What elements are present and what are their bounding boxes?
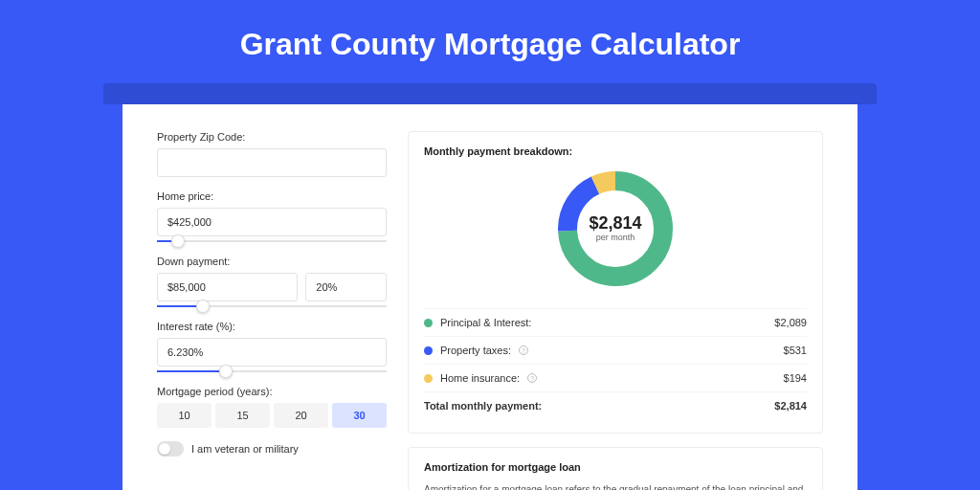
veteran-toggle[interactable] [157, 441, 184, 457]
veteran-row: I am veteran or military [157, 441, 387, 457]
breakdown-panel: Monthly payment breakdown: $2,814 per mo… [408, 131, 823, 434]
line-value: $531 [784, 345, 807, 356]
home-price-slider[interactable] [157, 240, 387, 242]
interest-label: Interest rate (%): [157, 321, 387, 332]
down-payment-pct-input[interactable] [305, 273, 387, 301]
down-payment-slider[interactable] [157, 305, 387, 307]
period-btn-10[interactable]: 10 [157, 403, 212, 428]
zip-input[interactable] [157, 148, 387, 177]
home-price-group: Home price: [157, 190, 387, 242]
dot-icon [424, 319, 433, 327]
donut-svg: $2,814 per month [553, 167, 678, 291]
home-price-input[interactable] [157, 208, 387, 236]
interest-slider-thumb[interactable] [219, 365, 233, 378]
period-btn-30[interactable]: 30 [332, 403, 387, 428]
donut-center-sub: per month [596, 233, 635, 242]
zip-group: Property Zip Code: [157, 131, 387, 177]
header-shadow-bar [103, 83, 877, 104]
page-title: Grant County Mortgage Calculator [0, 0, 980, 83]
down-payment-input[interactable] [157, 273, 298, 301]
interest-slider[interactable] [157, 370, 387, 372]
line-value: $2,089 [774, 317, 807, 328]
period-buttons: 10 15 20 30 [157, 403, 387, 428]
home-price-label: Home price: [157, 190, 387, 202]
home-price-slider-thumb[interactable] [171, 234, 185, 248]
info-icon[interactable]: ? [527, 373, 537, 383]
calculator-card: Property Zip Code: Home price: Down paym… [122, 104, 858, 490]
line-label: Principal & Interest: [440, 317, 531, 328]
line-principal: Principal & Interest: $2,089 [424, 308, 807, 336]
down-payment-group: Down payment: [157, 256, 387, 307]
down-payment-label: Down payment: [157, 256, 387, 267]
donut-chart: $2,814 per month [424, 167, 807, 291]
period-btn-20[interactable]: 20 [274, 403, 328, 428]
results-panel: Monthly payment breakdown: $2,814 per mo… [408, 131, 823, 490]
period-btn-15[interactable]: 15 [215, 403, 270, 428]
dot-icon [424, 346, 433, 355]
period-group: Mortgage period (years): 10 15 20 30 [157, 386, 387, 428]
interest-slider-fill [157, 370, 226, 372]
breakdown-title: Monthly payment breakdown: [424, 145, 807, 157]
line-insurance: Home insurance: ? $194 [424, 364, 807, 391]
total-value: $2,814 [774, 400, 807, 412]
line-label: Home insurance: [440, 372, 520, 384]
veteran-label: I am veteran or military [191, 443, 299, 455]
interest-group: Interest rate (%): [157, 321, 387, 372]
info-icon[interactable]: ? [519, 345, 528, 355]
dot-icon [424, 374, 433, 383]
line-total: Total monthly payment: $2,814 [424, 391, 807, 419]
zip-label: Property Zip Code: [157, 131, 387, 143]
donut-center-amount: $2,814 [589, 213, 641, 233]
period-label: Mortgage period (years): [157, 386, 387, 397]
amortization-text: Amortization for a mortgage loan refers … [424, 482, 807, 490]
form-panel: Property Zip Code: Home price: Down paym… [157, 131, 387, 490]
amortization-panel: Amortization for mortgage loan Amortizat… [408, 447, 823, 490]
line-label: Property taxes: [440, 345, 511, 356]
line-value: $194 [784, 372, 807, 384]
amortization-title: Amortization for mortgage loan [424, 461, 807, 473]
veteran-toggle-thumb [159, 443, 170, 455]
interest-input[interactable] [157, 338, 387, 367]
down-payment-slider-thumb[interactable] [196, 300, 210, 313]
total-label: Total monthly payment: [424, 400, 542, 412]
line-taxes: Property taxes: ? $531 [424, 336, 807, 364]
